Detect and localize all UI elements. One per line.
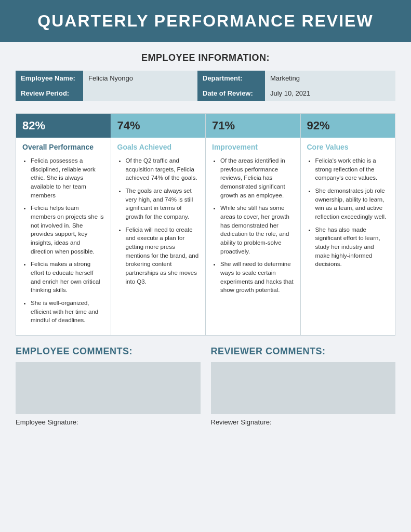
metric-category-overall: Overall Performance — [16, 138, 111, 153]
metric-percentage-improvement: 71% — [206, 114, 300, 138]
metric-item-overall-3: She is well-organized, efficient with he… — [31, 299, 104, 325]
metric-percentage-goals: 74% — [111, 114, 206, 138]
metric-col-goals: 74%Goals AchievedOf the Q2 traffic and a… — [111, 114, 206, 335]
date-value: July 10, 2021 — [265, 86, 395, 101]
metric-item-improvement-2: She will need to determine ways to scale… — [220, 260, 294, 295]
reviewer-comment-box[interactable] — [211, 362, 396, 414]
metric-col-improvement: 71%ImprovementOf the areas identified in… — [206, 114, 301, 335]
metric-body-goals: Of the Q2 traffic and acquisition target… — [111, 153, 206, 296]
metric-list-improvement: Of the areas identified in previous perf… — [212, 156, 294, 295]
metric-item-corevalues-2: She has also made significant effort to … — [315, 225, 389, 269]
metric-item-corevalues-0: Felicia's work ethic is a strong reflect… — [315, 156, 389, 182]
reviewer-comment-label: REVIEWER COMMENTS: — [211, 346, 396, 357]
employee-signature: Employee Signature: — [16, 418, 201, 426]
employee-info-title: EMPLOYEE INFORMATION: — [16, 52, 395, 63]
metric-item-improvement-0: Of the areas identified in previous perf… — [220, 156, 294, 200]
metric-category-improvement: Improvement — [206, 138, 300, 153]
main-content: EMPLOYEE INFORMATION: Employee Name: Fel… — [0, 42, 411, 436]
metric-list-overall: Felicia possesses a disciplined, reliabl… — [22, 156, 104, 325]
metric-list-corevalues: Felicia's work ethic is a strong reflect… — [307, 156, 389, 269]
page: QUARTERLY PERFORMANCE REVIEW EMPLOYEE IN… — [0, 0, 411, 532]
name-value: Felicia Nyongo — [83, 71, 197, 86]
metric-percentage-overall: 82% — [16, 114, 111, 138]
department-value: Marketing — [265, 71, 395, 86]
employee-comment-box[interactable] — [16, 362, 201, 414]
reviewer-comment-block: REVIEWER COMMENTS: Reviewer Signature: — [211, 346, 396, 426]
metric-percentage-corevalues: 92% — [301, 114, 395, 138]
metric-item-corevalues-1: She demonstrates job role ownership, abi… — [315, 187, 389, 221]
metric-category-goals: Goals Achieved — [111, 138, 206, 153]
name-label: Employee Name: — [16, 71, 83, 86]
metric-col-corevalues: 92%Core ValuesFelicia's work ethic is a … — [301, 114, 395, 335]
review-period-value — [83, 86, 197, 101]
metric-body-corevalues: Felicia's work ethic is a strong reflect… — [301, 153, 395, 279]
review-period-label: Review Period: — [16, 86, 83, 101]
metric-item-goals-2: Felicia will need to create and execute … — [126, 225, 200, 286]
employee-info-table: Employee Name: Felicia Nyongo Department… — [16, 71, 395, 101]
metric-item-overall-0: Felicia possesses a disciplined, reliabl… — [31, 156, 104, 200]
comments-section: EMPLOYEE COMMENTS: Employee Signature: R… — [16, 346, 395, 426]
metric-body-overall: Felicia possesses a disciplined, reliabl… — [16, 153, 111, 335]
employee-comment-block: EMPLOYEE COMMENTS: Employee Signature: — [16, 346, 201, 426]
metric-col-overall: 82%Overall PerformanceFelicia possesses … — [16, 114, 111, 335]
metrics-row: 82%Overall PerformanceFelicia possesses … — [16, 113, 395, 336]
metric-item-goals-0: Of the Q2 traffic and acquisition target… — [126, 156, 200, 182]
metric-category-corevalues: Core Values — [301, 138, 395, 153]
employee-comment-label: EMPLOYEE COMMENTS: — [16, 346, 201, 357]
page-header: QUARTERLY PERFORMANCE REVIEW — [0, 0, 411, 42]
metric-item-overall-1: Felicia helps team members on projects s… — [31, 204, 104, 256]
department-label: Department: — [197, 71, 265, 86]
metric-item-goals-1: The goals are always set very high, and … — [126, 187, 200, 221]
metric-item-overall-2: Felicia makes a strong effort to educate… — [31, 260, 104, 295]
page-title: QUARTERLY PERFORMANCE REVIEW — [10, 11, 401, 31]
metric-list-goals: Of the Q2 traffic and acquisition target… — [117, 156, 200, 286]
metric-item-improvement-1: While she still has some areas to cover,… — [220, 204, 294, 256]
reviewer-signature: Reviewer Signature: — [211, 418, 396, 426]
date-label: Date of Review: — [197, 86, 265, 101]
metric-body-improvement: Of the areas identified in previous perf… — [206, 153, 300, 305]
